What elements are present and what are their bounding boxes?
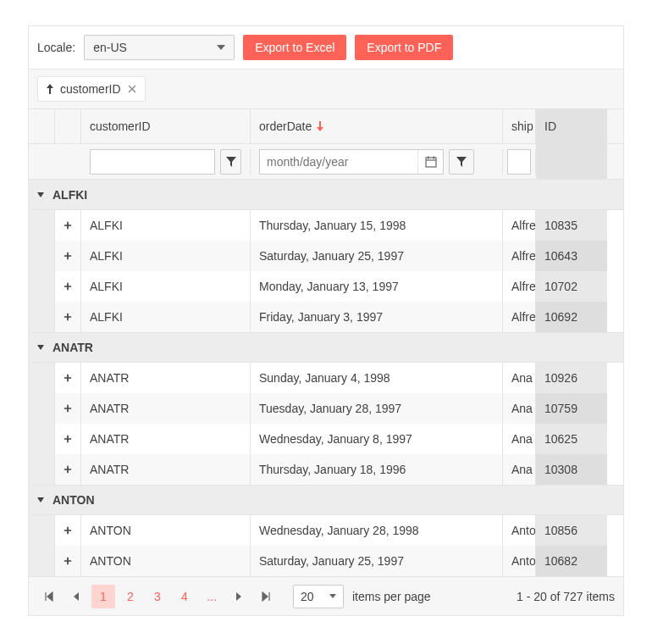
row-expand[interactable] bbox=[55, 210, 81, 241]
cell-id: 10759 bbox=[536, 393, 607, 424]
row-expand[interactable] bbox=[55, 454, 81, 485]
filter-customerID-button[interactable] bbox=[220, 149, 241, 175]
row-expand[interactable] bbox=[55, 302, 81, 332]
row-expand[interactable] bbox=[55, 515, 81, 546]
cell-customerID: ALFKI bbox=[81, 210, 251, 241]
locale-select[interactable]: en-US bbox=[84, 35, 235, 60]
row-expand[interactable] bbox=[55, 424, 81, 454]
cell-shipName: Alfre bbox=[503, 302, 536, 332]
filter-icon bbox=[225, 156, 237, 168]
cell-shipName: Ana bbox=[503, 454, 536, 485]
filter-orderDate-button[interactable] bbox=[449, 149, 474, 175]
cell-orderDate: Tuesday, January 28, 1997 bbox=[251, 393, 503, 424]
chevron-down-icon bbox=[217, 45, 225, 50]
cell-shipName: Alfre bbox=[503, 271, 536, 302]
filter-row bbox=[29, 144, 623, 180]
pager-page-1[interactable]: 1 bbox=[91, 585, 115, 608]
page-size-select[interactable]: 20 bbox=[293, 585, 344, 608]
row-stub bbox=[29, 546, 55, 576]
export-excel-button[interactable]: Export to Excel bbox=[243, 35, 346, 60]
sort-desc-icon bbox=[317, 121, 323, 131]
pager-next-button[interactable] bbox=[227, 585, 251, 608]
table-row[interactable]: ALFKISaturday, January 25, 1997Alfre1064… bbox=[29, 241, 623, 271]
cell-orderDate: Sunday, January 4, 1998 bbox=[251, 363, 503, 393]
filter-icon bbox=[456, 156, 467, 168]
sort-asc-icon bbox=[47, 84, 53, 94]
collapse-icon bbox=[37, 497, 44, 502]
close-icon[interactable] bbox=[128, 85, 136, 93]
table-row[interactable]: ANTONWednesday, January 28, 1998Anto1085… bbox=[29, 515, 623, 546]
cell-customerID: ANATR bbox=[81, 393, 251, 424]
group-header[interactable]: ANTON bbox=[29, 485, 623, 515]
row-stub bbox=[29, 271, 55, 302]
group-header[interactable]: ANATR bbox=[29, 332, 623, 363]
row-expand[interactable] bbox=[55, 546, 81, 576]
cell-orderDate: Friday, January 3, 1997 bbox=[251, 302, 503, 332]
cell-orderDate: Wednesday, January 8, 1997 bbox=[251, 424, 503, 454]
pager-last-button[interactable] bbox=[254, 585, 278, 608]
group-panel[interactable]: customerID bbox=[29, 69, 623, 109]
group-chip-customerID[interactable]: customerID bbox=[37, 76, 146, 102]
row-expand[interactable] bbox=[55, 363, 81, 393]
pager-first-button[interactable] bbox=[37, 585, 61, 608]
table-row[interactable]: ALFKIMonday, January 13, 1997Alfre10702 bbox=[29, 271, 623, 302]
cell-customerID: ANTON bbox=[81, 515, 251, 546]
header-expand bbox=[55, 109, 81, 143]
table-row[interactable]: ANATRWednesday, January 8, 1997Ana10625 bbox=[29, 424, 623, 454]
header-id[interactable]: ID bbox=[536, 109, 607, 143]
group-header[interactable]: ALFKI bbox=[29, 180, 623, 210]
table-row[interactable]: ANATRSunday, January 4, 1998Ana10926 bbox=[29, 363, 623, 393]
plus-icon bbox=[64, 220, 72, 230]
cell-shipName: Anto bbox=[503, 515, 536, 546]
table-row[interactable]: ALFKIFriday, January 3, 1997Alfre10692 bbox=[29, 302, 623, 332]
header-stub bbox=[29, 109, 55, 143]
pager-page-4[interactable]: 4 bbox=[173, 585, 196, 608]
plus-icon bbox=[64, 312, 72, 322]
cell-orderDate: Thursday, January 18, 1996 bbox=[251, 454, 503, 485]
export-pdf-button[interactable]: Export to PDF bbox=[355, 35, 453, 60]
cell-customerID: ALFKI bbox=[81, 271, 251, 302]
cell-orderDate: Thursday, January 15, 1998 bbox=[251, 210, 503, 241]
plus-icon bbox=[64, 525, 72, 536]
collapse-icon bbox=[37, 345, 44, 350]
svg-rect-3 bbox=[433, 156, 434, 158]
row-expand[interactable] bbox=[55, 271, 81, 302]
row-expand[interactable] bbox=[55, 241, 81, 271]
header-orderDate[interactable]: orderDate bbox=[251, 109, 503, 143]
cell-customerID: ANATR bbox=[81, 454, 251, 485]
calendar-icon[interactable] bbox=[417, 150, 443, 174]
filter-orderDate-input-wrap bbox=[259, 149, 444, 175]
pager-page-2[interactable]: 2 bbox=[119, 585, 142, 608]
table-row[interactable]: ALFKIThursday, January 15, 1998Alfre1083… bbox=[29, 210, 623, 241]
page-size-label: items per page bbox=[352, 590, 431, 603]
row-stub bbox=[29, 241, 55, 271]
filter-customerID-input[interactable] bbox=[90, 149, 215, 175]
pager-info: 1 - 20 of 727 items bbox=[517, 590, 615, 603]
filter-shipName-input[interactable] bbox=[507, 149, 531, 175]
row-stub bbox=[29, 454, 55, 485]
cell-orderDate: Monday, January 13, 1997 bbox=[251, 271, 503, 302]
table-row[interactable]: ANATRTuesday, January 28, 1997Ana10759 bbox=[29, 393, 623, 424]
cell-id: 10835 bbox=[536, 210, 607, 241]
cell-id: 10643 bbox=[536, 241, 607, 271]
cell-customerID: ANTON bbox=[81, 546, 251, 576]
group-name: ANTON bbox=[52, 493, 95, 507]
table-row[interactable]: ANTONSaturday, January 25, 1997Anto10682 bbox=[29, 546, 623, 576]
header-customerID[interactable]: customerID bbox=[81, 109, 251, 143]
pager-ellipsis[interactable]: ... bbox=[200, 585, 224, 608]
row-stub bbox=[29, 363, 55, 393]
plus-icon bbox=[64, 251, 72, 261]
collapse-icon bbox=[37, 192, 44, 197]
cell-shipName: Ana bbox=[503, 363, 536, 393]
cell-customerID: ANATR bbox=[81, 424, 251, 454]
cell-shipName: Alfre bbox=[503, 210, 536, 241]
plus-icon bbox=[64, 281, 72, 291]
filter-orderDate-input[interactable] bbox=[260, 150, 417, 174]
cell-shipName: Alfre bbox=[503, 241, 536, 271]
pager-page-3[interactable]: 3 bbox=[146, 585, 169, 608]
table-row[interactable]: ANATRThursday, January 18, 1996Ana10308 bbox=[29, 454, 623, 485]
row-expand[interactable] bbox=[55, 393, 81, 424]
pager-prev-button[interactable] bbox=[64, 585, 88, 608]
header-shipName[interactable]: ship bbox=[503, 109, 536, 143]
cell-orderDate: Wednesday, January 28, 1998 bbox=[251, 515, 503, 546]
